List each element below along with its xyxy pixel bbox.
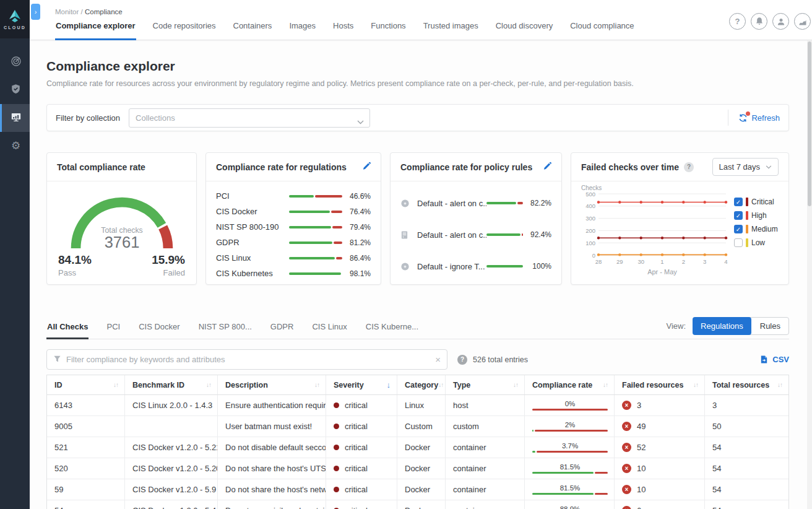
cell-benchmark-id: CIS Linux 2.0.0 - 1.4.3 (124, 395, 217, 415)
cell-category: Linux (397, 395, 445, 415)
collections-input[interactable] (129, 108, 370, 128)
legend-checkbox-critical[interactable]: ✓ (734, 198, 743, 206)
view-label: View: (667, 321, 686, 331)
time-range-select[interactable]: Last 7 days (712, 158, 779, 176)
regulation-row-cis-docker[interactable]: CIS Docker76.4% (216, 204, 371, 219)
section-tab-nist-sp-800[interactable]: NIST SP 800... (198, 322, 253, 339)
tab-trusted-images[interactable]: Trusted images (423, 17, 479, 40)
policy-rule-row-3[interactable]: Default - ignore T...100% (400, 257, 551, 276)
sidebar-item-radar[interactable] (0, 48, 30, 76)
table-row-9005[interactable]: 9005User batman must exist!criticalCusto… (47, 416, 788, 437)
compliance-filter-box[interactable]: × (46, 349, 447, 370)
sidebar-item-gear[interactable]: ⚙ (0, 132, 30, 160)
tab-containers[interactable]: Containers (233, 17, 273, 40)
refresh-button[interactable]: Refresh (738, 113, 780, 123)
failed-checks-chart: Checks01002003004005002829301234Apr - Ma… (576, 184, 734, 284)
rate-percent: 81.5% (532, 463, 608, 471)
tab-images[interactable]: Images (288, 17, 316, 40)
legend-checkbox-high[interactable]: ✓ (734, 211, 743, 220)
collection-filter-label: Filter by collection (56, 113, 120, 123)
column-header-description[interactable]: Description↓↑ (217, 375, 326, 394)
regulation-row-cis-kubernetes[interactable]: CIS Kubernetes98.1% (216, 266, 371, 281)
sidebar-item-shield[interactable] (0, 76, 30, 104)
cell-description: Do not share the host's network ... (217, 479, 326, 500)
tab-cloud-discovery[interactable]: Cloud discovery (495, 17, 554, 40)
section-tab-cis-docker[interactable]: CIS Docker (138, 322, 180, 339)
scrollbar-thumb[interactable] (808, 41, 811, 206)
column-header-total-resources[interactable]: Total resources↓↑ (704, 375, 788, 394)
view-option-regulations[interactable]: Regulations (693, 317, 751, 335)
section-tab-pci[interactable]: PCI (106, 322, 121, 339)
section-tab-cis-kuberne[interactable]: CIS Kuberne... (365, 322, 419, 339)
help-icon[interactable]: ? (729, 13, 746, 30)
question-icon[interactable]: ? (457, 355, 467, 365)
failed-count: 52 (637, 443, 646, 452)
column-header-benchmark-id[interactable]: Benchmark ID↓↑ (124, 375, 217, 394)
column-header-id[interactable]: ID↓↑ (47, 375, 124, 394)
regulation-row-pci[interactable]: PCI46.6% (216, 188, 371, 204)
column-header-compliance-rate[interactable]: Compliance rate↓↑ (524, 375, 614, 394)
sort-icon[interactable]: ↓↑ (438, 381, 443, 388)
sort-icon[interactable]: ↓↑ (513, 381, 518, 388)
csv-export-button[interactable]: CSV (759, 355, 789, 364)
clear-filter-icon[interactable]: × (435, 355, 441, 364)
compliance-filter-input[interactable] (66, 355, 430, 364)
sort-icon[interactable]: ↓↑ (603, 381, 608, 388)
tab-cloud-compliance[interactable]: Cloud compliance (569, 17, 634, 40)
tab-hosts[interactable]: Hosts (332, 17, 354, 40)
sort-icon[interactable]: ↓↑ (314, 381, 319, 388)
tab-code-repositories[interactable]: Code repositories (152, 17, 217, 40)
sidebar-item-monitor[interactable] (0, 104, 30, 132)
legend-checkbox-medium[interactable]: ✓ (734, 225, 743, 233)
policy-rule-row-2[interactable]: Default - alert on c...92.4% (400, 225, 551, 244)
failed-count: 10 (637, 485, 646, 494)
table-row-59[interactable]: 59CIS Docker v1.2.0 - 5.9Do not share th… (47, 479, 788, 500)
section-tab-cis-linux[interactable]: CIS Linux (311, 322, 347, 339)
bell-icon[interactable] (751, 13, 767, 30)
table-row-6143[interactable]: 6143CIS Linux 2.0.0 - 1.4.3Ensure authen… (47, 395, 788, 416)
column-header-type[interactable]: Type↓↑ (445, 375, 524, 394)
sidebar-expand-button[interactable]: › (31, 4, 40, 20)
app-logo[interactable]: CLOUD (0, 0, 30, 38)
sort-desc-icon[interactable]: ↓ (387, 380, 391, 389)
sort-icon[interactable]: ↓↑ (113, 381, 118, 388)
collections-select[interactable] (129, 108, 370, 128)
regulation-row-cis-linux[interactable]: CIS Linux86.4% (216, 250, 371, 266)
edit-pencil-icon[interactable] (543, 162, 551, 173)
user-icon[interactable] (772, 13, 789, 30)
regulation-row-nist-sp-800-190[interactable]: NIST SP 800-19079.4% (216, 219, 371, 235)
table-row-54[interactable]: 54CIS Docker v1.2.0 - 5.4Do not use priv… (47, 500, 788, 509)
legend-swatch (746, 238, 748, 247)
legend-checkbox-low[interactable] (734, 238, 743, 247)
policy-rule-row-1[interactable]: Default - alert on c...82.2% (400, 194, 551, 212)
column-header-failed-resources[interactable]: Failed resources↓↑ (614, 375, 704, 394)
chevron-down-icon (357, 116, 364, 127)
sort-icon[interactable]: ↓↑ (206, 381, 211, 388)
section-tab-gdpr[interactable]: GDPR (270, 322, 295, 339)
logo-label: CLOUD (4, 25, 26, 30)
stats-icon[interactable] (794, 13, 811, 30)
sort-icon[interactable]: ↓↑ (777, 381, 782, 388)
sort-icon[interactable]: ↓↑ (693, 381, 698, 388)
page-scrollbar[interactable] (807, 40, 812, 509)
page-head: Compliance explorer Compliance rate for … (46, 59, 789, 88)
tab-compliance-explorer[interactable]: Compliance explorer (55, 17, 136, 40)
table-row-520[interactable]: 520CIS Docker v1.2.0 - 5.20Do not share … (47, 458, 788, 479)
section-tab-all-checks[interactable]: All Checks (46, 322, 89, 339)
column-header-category[interactable]: Category↓↑ (397, 375, 445, 394)
regulation-row-gdpr[interactable]: GDPR81.2% (216, 235, 371, 250)
breadcrumb-section[interactable]: Monitor (55, 8, 79, 15)
failed-checks-title: Failed checks over time (581, 162, 679, 172)
question-icon[interactable]: ? (684, 162, 694, 172)
column-header-severity[interactable]: Severity↓ (326, 375, 397, 394)
regulations-list: PCI46.6%CIS Docker76.4%NIST SP 800-19079… (206, 181, 381, 285)
view-toggle: RegulationsRules (693, 317, 789, 335)
cell-type: container (445, 437, 524, 458)
edit-pencil-icon[interactable] (362, 162, 371, 173)
tab-functions[interactable]: Functions (370, 17, 406, 40)
radar-icon (11, 56, 22, 69)
policy-rules-card-title: Compliance rate for policy rules (400, 162, 532, 172)
view-option-rules[interactable]: Rules (749, 317, 789, 335)
table-row-521[interactable]: 521CIS Docker v1.2.0 - 5.21Do not disabl… (47, 437, 788, 458)
pass-percent: 84.1% (58, 253, 92, 267)
